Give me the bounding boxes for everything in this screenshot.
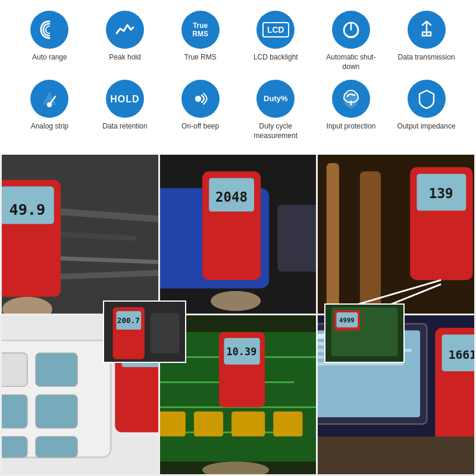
input-protection-label: Input protection [327, 122, 376, 131]
feature-true-rms: TrueRMS True RMS [168, 11, 233, 62]
svg-rect-53 [160, 412, 186, 437]
photo-electrical-panel: 49.9 [2, 155, 158, 314]
analog-strip-icon [30, 80, 68, 118]
svg-text:4999: 4999 [339, 317, 355, 324]
svg-point-9 [196, 96, 201, 101]
feature-data-transmission: Data transmission [394, 11, 459, 62]
svg-rect-72 [318, 437, 474, 474]
auto-shutdown-label: Automatic shut-down [318, 53, 384, 71]
peak-hold-icon [106, 11, 144, 49]
overlay-photo-1: 200.7 [103, 300, 186, 363]
feature-duty-cycle: Duty% Duty cycle measurement [243, 80, 308, 140]
features-row-1: Auto range Peak hold TrueRMS True RMS L [12, 11, 464, 71]
lcd-backlight-icon: LCD [256, 11, 295, 49]
svg-rect-55 [231, 412, 265, 437]
feature-data-retention: HOLD Data retention [92, 80, 158, 131]
photo-pipe-copper: 139 [318, 155, 474, 314]
peak-hold-label: Peak hold [109, 53, 140, 62]
feature-input-protection: Input protection [318, 80, 384, 131]
svg-text:49.9: 49.9 [9, 201, 45, 218]
svg-point-8 [48, 103, 51, 107]
svg-rect-43 [36, 437, 77, 458]
svg-rect-29 [327, 163, 339, 314]
svg-rect-22 [277, 205, 316, 272]
duty-cycle-label: Duty cycle measurement [243, 122, 308, 140]
input-protection-icon [332, 80, 370, 118]
data-transmission-icon [408, 11, 446, 49]
on-off-beep-label: On-off beep [181, 122, 219, 131]
svg-text:16616: 16616 [449, 348, 474, 362]
svg-text:200.7: 200.7 [117, 316, 140, 325]
photo-blue-motor: 2048 [160, 155, 317, 314]
features-section: Auto range Peak hold TrueRMS True RMS L [0, 0, 476, 155]
feature-lcd-backlight: LCD LCD backlight [243, 11, 308, 62]
svg-text:10.39: 10.39 [226, 346, 256, 358]
data-transmission-label: Data transmission [398, 53, 455, 62]
analog-strip-label: Analog strip [31, 122, 68, 131]
auto-range-icon [30, 11, 68, 49]
svg-rect-56 [273, 412, 302, 437]
on-off-beep-icon [181, 80, 220, 118]
auto-range-label: Auto range [32, 53, 67, 62]
overlay-photo-2: 4999 [324, 303, 405, 363]
feature-analog-strip: Analog strip [17, 80, 82, 131]
feature-auto-shutdown: Automatic shut-down [318, 11, 384, 71]
lcd-backlight-label: LCD backlight [253, 53, 298, 62]
page-wrapper: Auto range Peak hold TrueRMS True RMS L [0, 0, 476, 476]
true-rms-label: True RMS [184, 53, 217, 62]
svg-rect-38 [2, 353, 27, 386]
feature-output-impedance: Output impedance [394, 80, 459, 131]
data-retention-label: Data retention [102, 122, 147, 131]
svg-rect-41 [36, 395, 77, 428]
duty-cycle-icon: Duty% [256, 80, 295, 118]
svg-rect-77 [151, 313, 180, 353]
data-retention-icon: HOLD [106, 80, 144, 118]
photo-grid: 49.9 2048 [0, 155, 476, 476]
svg-point-26 [211, 291, 261, 311]
svg-rect-54 [194, 412, 223, 437]
svg-text:2048: 2048 [215, 189, 248, 205]
auto-shutdown-icon [332, 11, 370, 49]
feature-auto-range: Auto range [17, 11, 82, 62]
feature-on-off-beep: On-off beep [168, 80, 233, 131]
svg-rect-30 [360, 171, 381, 314]
features-row-2: Analog strip HOLD Data retention On-off … [12, 80, 464, 140]
svg-rect-40 [2, 395, 27, 428]
output-impedance-icon [408, 80, 446, 118]
svg-rect-39 [36, 353, 77, 386]
output-impedance-label: Output impedance [397, 122, 456, 131]
true-rms-icon: TrueRMS [181, 11, 220, 49]
feature-peak-hold: Peak hold [92, 11, 158, 62]
svg-text:139: 139 [429, 186, 453, 201]
svg-rect-42 [2, 437, 27, 458]
